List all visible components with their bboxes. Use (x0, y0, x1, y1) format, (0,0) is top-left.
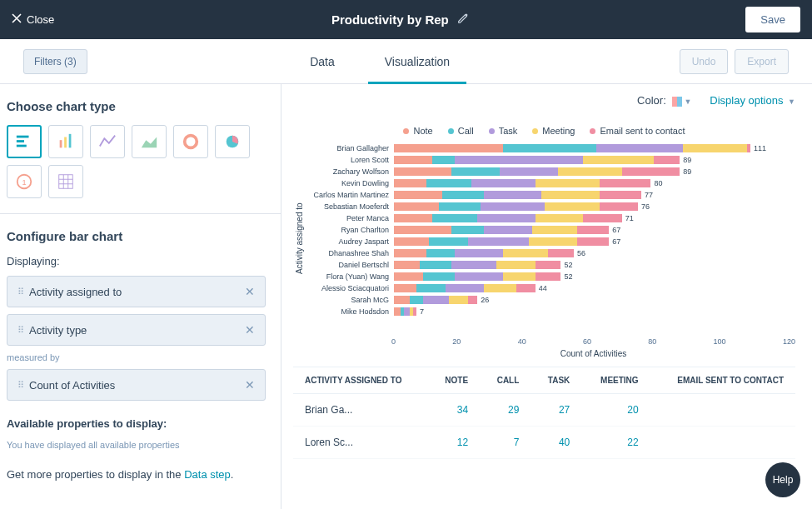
bar-segment[interactable] (503, 272, 536, 281)
bar-segment[interactable] (654, 156, 680, 164)
bar-segment[interactable] (439, 202, 481, 211)
bar-segment[interactable] (394, 179, 426, 187)
data-step-link[interactable]: Data step (184, 468, 231, 481)
bar-segment[interactable] (432, 156, 455, 164)
bar-segment[interactable] (455, 156, 583, 164)
bar-segment[interactable] (394, 191, 442, 199)
pencil-icon[interactable] (457, 12, 469, 27)
bar-segment[interactable] (536, 214, 584, 222)
bar-segment[interactable] (451, 261, 496, 269)
bar-segment[interactable] (455, 249, 503, 257)
th-call[interactable]: CALL (480, 367, 531, 394)
bar-segment[interactable] (394, 167, 451, 176)
bar-segment[interactable] (423, 272, 456, 281)
bar-segment[interactable] (496, 261, 535, 269)
bar-segment[interactable] (426, 249, 456, 257)
bar-segment[interactable] (558, 167, 622, 176)
drag-handle-icon[interactable]: ⠿ (17, 380, 22, 391)
bar-segment[interactable] (449, 296, 468, 304)
filters-button[interactable]: Filters (3) (23, 49, 87, 74)
bar-segment[interactable] (468, 296, 478, 304)
th-note[interactable]: NOTE (428, 367, 480, 394)
bar-segment[interactable] (394, 226, 451, 234)
bar-segment[interactable] (394, 202, 439, 211)
bar-segment[interactable] (516, 284, 536, 292)
bar-segment[interactable] (484, 284, 516, 292)
pill-activity-type[interactable]: ⠿ Activity type ✕ (7, 314, 266, 346)
tab-data[interactable]: Data (310, 39, 335, 83)
chart-type-donut[interactable] (173, 125, 208, 158)
bar-segment[interactable] (600, 179, 651, 187)
bar-segment[interactable] (622, 167, 680, 176)
pill-count-activities[interactable]: ⠿ Count of Activities ✕ (7, 369, 266, 401)
bar-segment[interactable] (394, 272, 423, 281)
bar-segment[interactable] (747, 144, 750, 152)
chart-type-vbar[interactable] (48, 125, 83, 158)
bar-segment[interactable] (394, 284, 416, 292)
bar-segment[interactable] (410, 296, 422, 304)
bar-segment[interactable] (394, 156, 432, 164)
bar-segment[interactable] (529, 237, 577, 246)
bar-segment[interactable] (541, 191, 599, 199)
bar-segment[interactable] (413, 307, 416, 316)
bar-segment[interactable] (600, 202, 638, 211)
bar-segment[interactable] (394, 144, 503, 152)
bar-segment[interactable] (503, 249, 548, 257)
bar-segment[interactable] (484, 191, 541, 199)
bar-segment[interactable] (683, 144, 747, 152)
export-button[interactable]: Export (735, 49, 789, 74)
bar-segment[interactable] (416, 284, 446, 292)
bar-segment[interactable] (503, 144, 596, 152)
bar-segment[interactable] (446, 284, 484, 292)
th-task[interactable]: TASK (531, 367, 581, 394)
bar-segment[interactable] (394, 307, 401, 316)
bar-segment[interactable] (451, 167, 500, 176)
chart-type-kpi[interactable]: 1 (7, 165, 42, 198)
bar-segment[interactable] (536, 179, 600, 187)
th-meeting[interactable]: MEETING (581, 367, 650, 394)
chart-type-pie[interactable] (215, 125, 250, 158)
chart-type-area[interactable] (132, 125, 167, 158)
chart-type-hbar[interactable] (7, 125, 42, 158)
help-button[interactable]: Help (765, 462, 800, 497)
bar-segment[interactable] (577, 237, 610, 246)
remove-icon[interactable]: ✕ (245, 285, 255, 298)
bar-segment[interactable] (577, 226, 610, 234)
chart-type-line[interactable] (90, 125, 125, 158)
save-button[interactable]: Save (745, 7, 800, 32)
bar-segment[interactable] (532, 226, 577, 234)
remove-icon[interactable]: ✕ (245, 323, 255, 337)
bar-segment[interactable] (596, 144, 683, 152)
bar-segment[interactable] (477, 214, 535, 222)
bar-segment[interactable] (536, 261, 561, 269)
bar-segment[interactable] (583, 156, 654, 164)
th-assigned[interactable]: ACTIVITY ASSIGNED TO (293, 367, 428, 394)
drag-handle-icon[interactable]: ⠿ (17, 287, 22, 297)
bar-segment[interactable] (432, 214, 477, 222)
bar-segment[interactable] (426, 179, 471, 187)
bar-segment[interactable] (500, 167, 557, 176)
bar-segment[interactable] (451, 226, 484, 234)
tab-visualization[interactable]: Visualization (385, 39, 450, 83)
bar-segment[interactable] (442, 191, 484, 199)
bar-segment[interactable] (583, 214, 621, 222)
bar-segment[interactable] (536, 272, 561, 281)
bar-segment[interactable] (471, 179, 536, 187)
bar-segment[interactable] (455, 272, 503, 281)
color-swatch-icon[interactable] (672, 97, 682, 107)
bar-segment[interactable] (420, 261, 452, 269)
th-email[interactable]: EMAIL SENT TO CONTACT (650, 367, 795, 394)
bar-segment[interactable] (404, 307, 411, 316)
bar-segment[interactable] (394, 249, 426, 257)
bar-segment[interactable] (394, 261, 420, 269)
table-row[interactable]: Brian Ga...34292720 (293, 394, 795, 427)
drag-handle-icon[interactable]: ⠿ (17, 325, 22, 336)
display-options-dropdown[interactable]: Display options ▼ (710, 94, 795, 107)
bar-segment[interactable] (394, 214, 432, 222)
bar-segment[interactable] (423, 296, 449, 304)
bar-segment[interactable] (394, 237, 429, 246)
bar-segment[interactable] (484, 226, 532, 234)
bar-segment[interactable] (548, 249, 574, 257)
chevron-down-icon[interactable]: ▼ (684, 97, 691, 106)
bar-segment[interactable] (481, 202, 545, 211)
